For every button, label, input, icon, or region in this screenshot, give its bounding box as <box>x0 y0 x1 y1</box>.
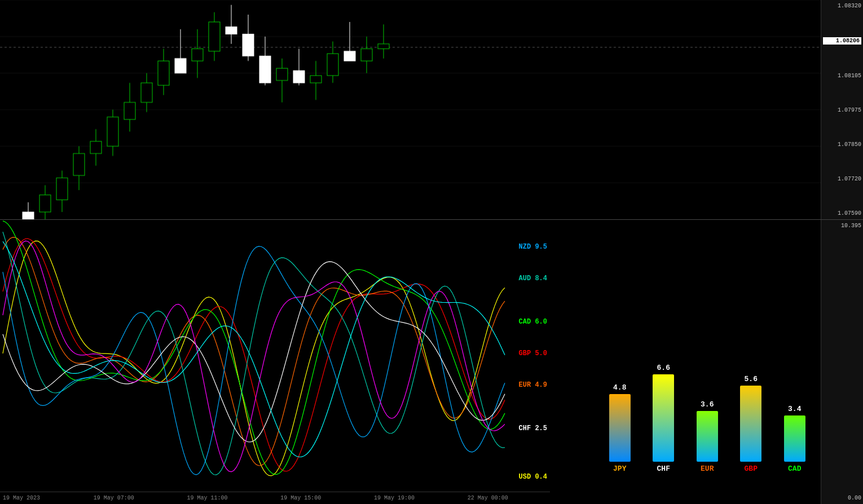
ind-scale-top: 10.395 <box>823 223 861 229</box>
usd-label: USD 0.4 <box>519 473 547 481</box>
chf-name: CHF <box>657 465 670 473</box>
time-2: 19 May 07:00 <box>94 495 134 501</box>
gbp-bar <box>740 386 761 462</box>
jpy-bar <box>609 394 631 462</box>
gbp-bar-wrapper <box>739 386 762 462</box>
chf-bar-wrapper <box>652 374 675 462</box>
price-level-4: 1.07850 <box>823 142 861 148</box>
time-6: 22 May 00:00 <box>468 495 508 501</box>
nzd-label: NZD 9.5 <box>519 243 547 251</box>
cad-bar-wrapper <box>783 415 806 462</box>
time-3: 19 May 11:00 <box>187 495 228 501</box>
cad-value: 3.4 <box>788 405 801 413</box>
cad-label: CAD 6.0 <box>519 318 547 326</box>
indicator-chart: 1 hour Currency Meter NZD 9.5 AUD 8.4 CA… <box>0 220 592 504</box>
price-level-3: 1.07975 <box>823 107 861 113</box>
price-level-2: 1.08105 <box>823 73 861 79</box>
cad-bar <box>784 415 805 462</box>
cad-name: CAD <box>788 465 801 473</box>
gbp-value: 5.6 <box>745 375 758 383</box>
aud-label: AUD 8.4 <box>519 275 547 282</box>
time-5: 19 May 19:00 <box>374 495 415 501</box>
chf-value: 6.6 <box>657 364 670 372</box>
gbp-bar-column: 5.6 GBP <box>734 375 768 473</box>
price-level-5: 1.07720 <box>823 176 861 182</box>
indicator-scale: 10.395 0.00 <box>821 220 863 504</box>
candlestick-canvas <box>0 0 821 219</box>
chf-bar-column: 6.6 CHF <box>646 364 680 473</box>
gbp-label: GBP 5.0 <box>519 350 547 357</box>
candlestick-area: ▼ EURUSD,H1 1.08320 1.08206 1.08105 1.07… <box>0 0 863 220</box>
jpy-bar-wrapper <box>609 394 631 462</box>
ind-scale-bottom: 0.00 <box>823 495 861 501</box>
time-4: 19 May 15:00 <box>280 495 321 501</box>
jpy-bar-column: 4.8 JPY <box>603 383 637 473</box>
currency-lines-canvas <box>0 220 592 504</box>
price-scale: 1.08320 1.08206 1.08105 1.07975 1.07850 … <box>821 0 863 219</box>
eur-label: EUR 4.9 <box>519 381 547 389</box>
eur-bar <box>697 411 718 462</box>
price-current: 1.08206 <box>823 37 861 45</box>
eur-name: EUR <box>701 465 714 473</box>
eur-bar-column: 3.6 EUR <box>690 400 724 473</box>
time-1: 19 May 2023 <box>3 495 40 501</box>
currency-labels: NZD 9.5 AUD 8.4 CAD 6.0 GBP 5.0 EUR 4.9 … <box>519 220 547 504</box>
gbp-name: GBP <box>745 465 758 473</box>
chf-bar <box>653 374 674 462</box>
jpy-name: JPY <box>613 465 626 473</box>
price-level-1: 1.08320 <box>823 3 861 9</box>
indicator-area: 1 hour Currency Meter NZD 9.5 AUD 8.4 CA… <box>0 220 863 504</box>
time-axis: 19 May 2023 19 May 07:00 19 May 11:00 19… <box>0 492 550 504</box>
cad-bar-column: 3.4 CAD <box>778 405 812 473</box>
eur-bar-wrapper <box>696 411 719 462</box>
price-level-6: 1.07590 <box>823 210 861 216</box>
chart-container: ▼ EURUSD,H1 1.08320 1.08206 1.08105 1.07… <box>0 0 863 504</box>
chf-label: CHF 2.5 <box>519 425 547 432</box>
eur-value: 3.6 <box>701 400 714 409</box>
jpy-value: 4.8 <box>613 383 626 392</box>
